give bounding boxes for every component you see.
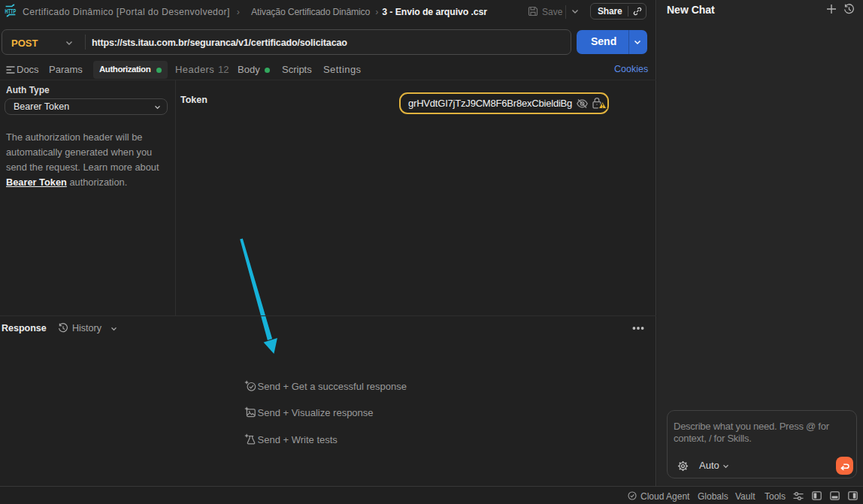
svg-text:HTTP: HTTP — [5, 7, 17, 15]
